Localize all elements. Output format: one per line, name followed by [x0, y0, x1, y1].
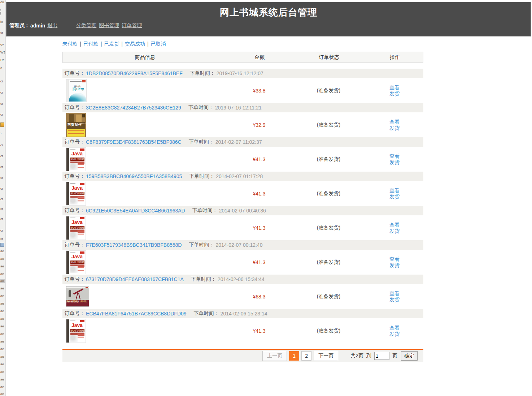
order-amount: ¥32.9: [227, 122, 292, 128]
order-product-cell: 锋利的 jQuery: [62, 79, 227, 102]
order-no-label: 订单号：: [65, 70, 85, 77]
order-body: Java 从入门到精通 ¥41.3 (准备发货) 查看 发货: [62, 250, 423, 275]
cover-decoration: [70, 149, 75, 150]
view-order-link[interactable]: 查看: [389, 153, 400, 159]
order-actions: 查看 发货: [366, 325, 423, 337]
filter-cancelled[interactable]: 已取消: [151, 41, 166, 47]
page-2-button[interactable]: 2: [301, 351, 311, 361]
order-timestamp: 2019-07-16 12:11:21: [215, 105, 262, 111]
filter-paid[interactable]: 已付款: [83, 41, 99, 47]
ship-order-link[interactable]: 发货: [389, 91, 400, 97]
order-status: (准备发货): [292, 225, 366, 231]
background-text-fragment: cr: [0, 229, 3, 233]
filter-shipped[interactable]: 已发货: [104, 41, 119, 47]
view-order-link[interactable]: 查看: [389, 188, 400, 194]
confirm-page-button[interactable]: 确定: [401, 351, 418, 361]
book-cover-image: Java 从入门到精通: [66, 182, 86, 206]
cover-title: 网页制作: [67, 122, 82, 127]
cover-decoration: [76, 115, 82, 122]
page-number-input[interactable]: [374, 352, 389, 360]
column-header-amount: 金额: [227, 52, 292, 63]
next-page-button[interactable]: 下一页: [314, 351, 338, 361]
order-number-link[interactable]: C6F8379F9E3E4F8381763B54E5BF986C: [86, 139, 182, 145]
orders-table-header: 商品信息 金额 订单状态 操作: [62, 52, 423, 63]
page-title: 网上书城系统后台管理: [6, 6, 531, 19]
order-number-link[interactable]: 1DB2D08570DB46229F8A15F5E8461BEF: [86, 70, 183, 76]
ship-order-link[interactable]: 发货: [389, 125, 400, 131]
order-body: Java 从入门到精通 ¥41.3 (准备发货) 查看 发货: [62, 215, 423, 240]
order-number-link[interactable]: F7E603F5179348B9BC3417B9BFB8558D: [86, 242, 182, 248]
cover-decoration: [70, 232, 78, 239]
cover-title: Java: [71, 254, 83, 259]
background-text-fragment: st: [0, 31, 3, 35]
page-1-button[interactable]: 1: [289, 351, 299, 361]
view-order-link[interactable]: 查看: [389, 85, 400, 91]
column-header-actions: 操作: [366, 52, 424, 63]
book-cover-image: 锋利的 jQuery: [66, 79, 87, 102]
order-no-label: 订单号：: [65, 242, 85, 248]
nav-category-management[interactable]: 分类管理: [76, 22, 96, 29]
order-timestamp: 2014-02-07 01:17:28: [216, 173, 263, 179]
ship-order-link[interactable]: 发货: [389, 297, 400, 303]
background-text-fragment: ae: [0, 264, 4, 268]
browser-page: 网上书城系统后台管理 管理员： admin 退出 分类管理 图书管理 订单管理 …: [5, 0, 532, 396]
background-text-fragment: c: [0, 66, 2, 70]
book-cover-java: Java 从入门到精通: [66, 216, 86, 240]
ship-order-link[interactable]: 发货: [389, 262, 400, 268]
ship-order-link[interactable]: 发货: [389, 159, 400, 165]
filter-unpaid[interactable]: 未付款: [62, 41, 78, 47]
goto-label: 到: [366, 353, 371, 359]
book-cover-htmlcss: HTML、CSS、JavaScript网页制作: [66, 113, 86, 137]
order-number-link[interactable]: 159B58B3BBCB4069A550BF1A358B4905: [86, 173, 182, 179]
background-text-fragment: ae: [0, 392, 4, 396]
background-text-fragment: cr: [0, 165, 3, 169]
cover-decoration: [78, 335, 84, 340]
order-status: (准备发货): [292, 122, 366, 128]
cover-subtitle: 高级程序设计 (第3版): [66, 300, 87, 303]
order-no-label: 订单号：: [65, 104, 85, 111]
order-number-link[interactable]: 3C2E8E83C8274234B27B7523436CE129: [86, 105, 181, 111]
ship-order-link[interactable]: 发货: [389, 331, 400, 337]
order-header: 订单号： 159B58B3BBCB4069A550BF1A358B4905 下单…: [62, 172, 423, 181]
background-text-fragment: cr: [0, 102, 3, 106]
order-actions: 查看 发货: [366, 188, 423, 200]
order-status: (准备发货): [292, 190, 366, 197]
background-text-fragment: ae: [0, 317, 4, 321]
order-number-link[interactable]: ECB47FBA81F64751B7AC89CCB8DDFD09: [86, 311, 187, 317]
order-time-label: 下单时间：: [189, 139, 214, 145]
book-cover-image: Java 从入门到精通: [66, 250, 86, 274]
book-cover-java: Java 从入门到精通: [66, 250, 86, 274]
filter-completed[interactable]: 交易成功: [125, 41, 145, 47]
nav-book-management[interactable]: 图书管理: [99, 22, 119, 29]
cover-decoration: [69, 290, 71, 297]
book-cover-java: Java 从入门到精通: [66, 319, 86, 343]
book-cover-image: HTML、CSS、JavaScript网页制作: [66, 113, 86, 137]
cover-badge: [86, 287, 88, 288]
prev-page-button[interactable]: 上一页: [262, 351, 287, 361]
order-actions: 查看 发货: [366, 222, 423, 234]
column-header-order-status: 订单状态: [292, 52, 366, 63]
background-text-fragment: cr: [0, 197, 3, 201]
cover-decoration: [70, 81, 82, 82]
ship-order-link[interactable]: 发货: [389, 194, 400, 200]
logout-link[interactable]: 退出: [47, 22, 57, 29]
order-actions: 查看 发货: [366, 119, 423, 131]
view-order-link[interactable]: 查看: [389, 119, 400, 125]
order-header: 订单号： ECB47FBA81F64751B7AC89CCB8DDFD09 下单…: [62, 309, 423, 318]
view-order-link[interactable]: 查看: [389, 222, 400, 228]
order-number-link[interactable]: 6C921E50C3E54EA0AFD8CC4B661963AD: [86, 208, 185, 214]
order-header: 订单号： 3C2E8E83C8274234B27B7523436CE129 下单…: [62, 103, 423, 112]
pagination-bar: 上一页 1 2 下一页 共2页 到 页 确定: [62, 349, 423, 362]
cover-subtitle: 从入门到精通: [70, 329, 84, 332]
order-number-link[interactable]: 673170D78D9D4EE6AE083167CFB81C1A: [86, 276, 184, 282]
order-actions: 查看 发货: [366, 290, 423, 303]
background-text-fragment: cr: [0, 143, 3, 147]
view-order-link[interactable]: 查看: [389, 325, 400, 331]
view-order-link[interactable]: 查看: [389, 256, 400, 262]
admin-username: admin: [30, 23, 45, 29]
total-pages-label: 共2页: [350, 353, 363, 359]
background-text-fragment: lo: [0, 20, 3, 24]
ship-order-link[interactable]: 发货: [389, 228, 400, 234]
view-order-link[interactable]: 查看: [389, 290, 400, 297]
nav-order-management[interactable]: 订单管理: [122, 22, 142, 29]
